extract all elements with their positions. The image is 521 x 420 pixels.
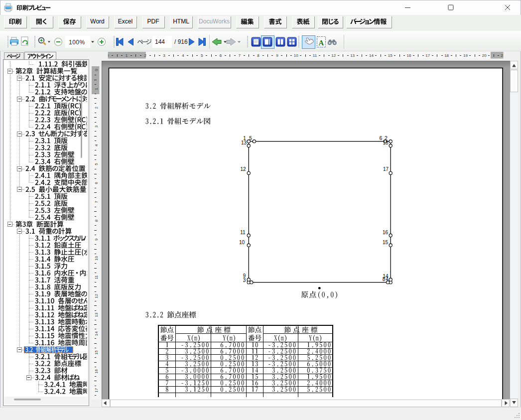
svg-text:1: 1 [94, 88, 99, 90]
svg-text:6: 6 [380, 136, 383, 141]
svg-text:PDF: PDF [147, 18, 159, 25]
svg-text:5: 5 [249, 136, 252, 141]
svg-text:HTML: HTML [173, 18, 189, 25]
svg-text:15: 15 [383, 240, 389, 245]
svg-text:17: 17 [383, 166, 389, 172]
svg-text:Excel: Excel [118, 18, 132, 25]
svg-text:11: 11 [240, 230, 246, 235]
svg-text:Word: Word [90, 18, 104, 25]
svg-text:DocuWorks: DocuWorks [199, 18, 230, 25]
svg-text:15: 15 [94, 350, 99, 355]
svg-text:16: 16 [383, 230, 389, 235]
svg-text:19: 19 [463, 53, 468, 58]
svg-text:6: 6 [220, 53, 222, 58]
svg-text:20: 20 [482, 53, 487, 58]
svg-text:13: 13 [350, 53, 355, 58]
svg-text:16: 16 [94, 369, 99, 373]
svg-text:11: 11 [313, 53, 317, 58]
svg-text:4: 4 [94, 144, 99, 146]
svg-text:3: 3 [243, 278, 246, 283]
svg-text:8: 8 [94, 219, 99, 222]
svg-text:18: 18 [383, 140, 389, 145]
svg-text:100%: 100% [69, 39, 85, 46]
svg-text:17: 17 [94, 388, 99, 392]
svg-text:7: 7 [239, 53, 241, 58]
svg-text:9: 9 [94, 238, 99, 241]
svg-text:8: 8 [383, 277, 386, 282]
svg-text:6: 6 [94, 182, 99, 184]
svg-text:12: 12 [240, 166, 246, 172]
svg-text:2: 2 [94, 106, 99, 109]
svg-text:/ 916: / 916 [174, 38, 188, 45]
svg-text:10: 10 [239, 240, 245, 245]
svg-text:16: 16 [407, 53, 411, 58]
svg-text:8: 8 [257, 53, 260, 58]
svg-text:3: 3 [163, 53, 165, 58]
svg-text:5: 5 [94, 163, 99, 165]
svg-text:13: 13 [94, 312, 99, 317]
svg-text:0: 0 [94, 69, 99, 71]
svg-text:10: 10 [94, 256, 99, 261]
svg-text:1: 1 [126, 53, 128, 58]
svg-text:3: 3 [94, 125, 99, 128]
svg-text:11: 11 [94, 275, 99, 280]
svg-text:14: 14 [369, 53, 374, 58]
svg-text:12: 12 [94, 293, 99, 298]
svg-text:2: 2 [144, 53, 147, 58]
svg-text:9: 9 [276, 53, 278, 58]
svg-text:15: 15 [388, 53, 392, 58]
svg-text:4: 4 [386, 277, 389, 282]
svg-text:13: 13 [241, 140, 247, 145]
svg-text:4: 4 [182, 53, 184, 58]
svg-text:5: 5 [201, 53, 203, 58]
svg-text:144: 144 [155, 38, 165, 45]
svg-text:A: A [319, 39, 324, 47]
svg-text:18: 18 [444, 53, 449, 58]
svg-text:10: 10 [294, 53, 298, 58]
svg-text:14: 14 [94, 331, 99, 336]
svg-text:12: 12 [331, 53, 336, 58]
svg-text:7: 7 [94, 200, 99, 203]
svg-text:17: 17 [425, 53, 430, 58]
